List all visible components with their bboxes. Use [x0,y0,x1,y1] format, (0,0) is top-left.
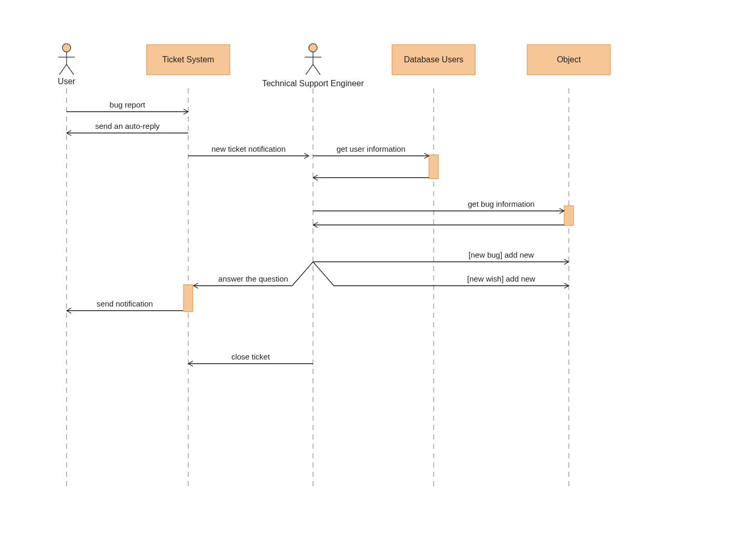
svg-point-0 [62,44,71,52]
actor-tse-label: Technical Support Engineer [262,79,364,88]
message-label-3: get user information [336,144,406,153]
activation-ticket-2 [184,285,193,312]
message-label-7: [new bug] add new [468,250,534,259]
activation-dbusers-0 [429,155,438,179]
message-label-11: close ticket [231,352,270,361]
svg-line-10 [313,64,320,75]
message-label-5: get bug information [468,199,535,208]
svg-line-3 [59,64,67,75]
message-label-9: answer the question [218,274,288,283]
object-object-label: Object [557,55,581,64]
message-label-2: new ticket notification [212,144,286,153]
object-database-users-label: Database Users [404,55,464,64]
message-label-10: send notification [97,299,153,308]
svg-line-9 [306,64,313,75]
activation-object-1 [564,206,573,225]
message-label-1: send an auto-reply [95,122,160,130]
sequence-diagram: UserTicket SystemTechnical Support Engin… [0,0,756,533]
actor-user-label: User [58,77,75,86]
message-label-8: [new wish] add new [467,274,536,283]
svg-line-4 [67,64,74,75]
actor-tse [305,44,321,75]
object-ticket-system-label: Ticket System [162,55,214,64]
actor-user [58,44,75,75]
message-label-0: bug report [110,100,146,109]
svg-point-6 [309,44,317,52]
